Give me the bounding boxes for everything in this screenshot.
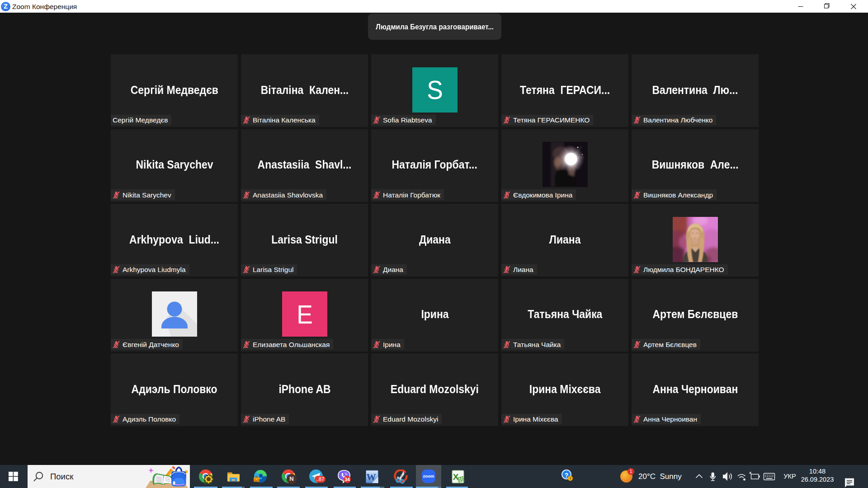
svg-text:X: X xyxy=(453,472,459,482)
svg-text:34: 34 xyxy=(344,477,350,482)
